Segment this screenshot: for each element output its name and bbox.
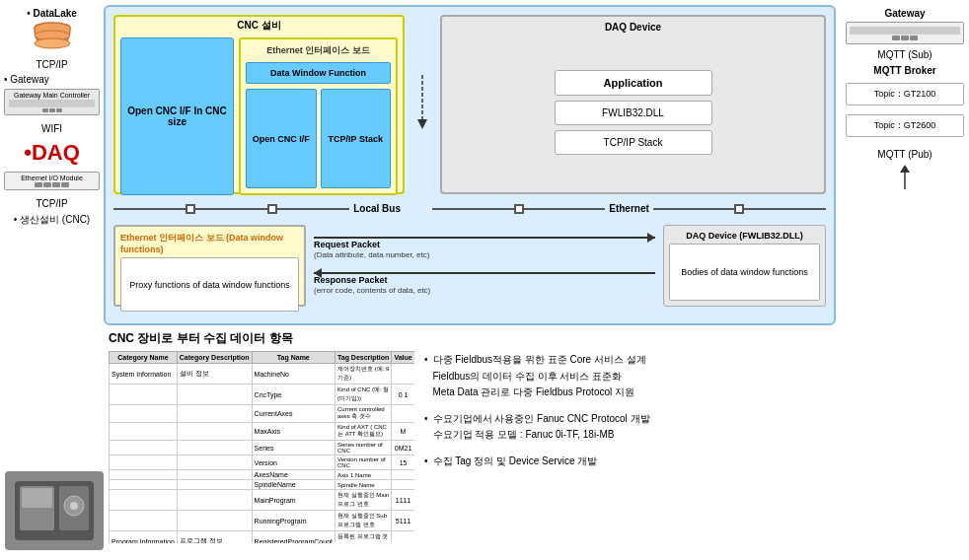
col-category-name: Category Name bbox=[110, 352, 178, 364]
svg-point-12 bbox=[70, 502, 78, 510]
topic1-box: Topic：GT2100 bbox=[846, 83, 964, 105]
col-tag-name: Tag Name bbox=[252, 352, 335, 364]
table-row: CncTypeKind of CNC (예: 형(미기입))0 1 bbox=[110, 385, 415, 405]
table-row: SeriesSeries number of CNC0M21 bbox=[110, 441, 415, 455]
left-panel: • DataLake TCP/IP • Gateway Gateway Main… bbox=[0, 0, 104, 325]
bodies-box: Bodies of data window functions bbox=[669, 244, 820, 301]
daq-label: •DAQ bbox=[4, 140, 100, 166]
table-row: RunningProgram현재 실행중인 Sub 프로그램 번호5111 bbox=[110, 511, 415, 531]
wifi-label: WIFI bbox=[4, 123, 100, 134]
eth-interface-title: Ethernet 인터페이스 보드 bbox=[246, 44, 391, 57]
cnc-section-title: CNC 장비로 부터 수집 데이터 항목 bbox=[109, 330, 414, 347]
right-panel: Gateway MQTT (Sub) MQTT Broker Topic：GT2… bbox=[841, 0, 969, 325]
response-label: Response Packet bbox=[314, 275, 655, 285]
cnc-data-table: Category Name Category Description Tag N… bbox=[109, 351, 414, 543]
svg-marker-4 bbox=[417, 119, 427, 129]
table-row: VersionVersion number of CNC15 bbox=[110, 455, 415, 470]
tcpip-stack-box: TCP/IP Stack bbox=[321, 89, 392, 188]
proxy-box: Proxy functions of data window functions bbox=[120, 257, 299, 312]
mqtt-broker-label: MQTT Broker bbox=[846, 65, 964, 76]
request-arrow bbox=[314, 237, 655, 239]
packets-section: Request Packet (Data attribute, data num… bbox=[314, 225, 655, 307]
diagram-area: CNC 설비 Open CNC I/F In CNC size Ethernet… bbox=[104, 5, 836, 325]
ethernet-io-module: Ethernet I/O Module bbox=[4, 172, 100, 190]
cnc-daq-arrow bbox=[412, 75, 432, 134]
tcpip-stack2-box: TCP/IP Stack bbox=[555, 130, 712, 155]
eth-board-bottom-title: Ethernet 인터페이스 보드 (Data window functions… bbox=[120, 232, 299, 254]
bus-connector-1 bbox=[186, 204, 195, 214]
table-row: Program Information프로그램 정보RegisteredProg… bbox=[110, 531, 415, 544]
request-label: Request Packet bbox=[314, 240, 655, 249]
table-row: MaxAxisKind of AXT ( CNC는 ATT 확인필요)M bbox=[110, 423, 415, 441]
table-row: SpindleNameSpindle Name bbox=[110, 480, 415, 490]
gateway-section: • Gateway bbox=[4, 74, 100, 85]
mqtt-sub-label: MQTT (Sub) bbox=[846, 49, 964, 60]
table-row: System Information설비 정보MachineNo제어장치번호 (… bbox=[110, 364, 415, 385]
eth-board-bottom: Ethernet 인터페이스 보드 (Data window functions… bbox=[113, 225, 306, 307]
mqtt-pub-arrow bbox=[846, 165, 964, 189]
response-packet-row: Response Packet (error code, contents of… bbox=[314, 272, 655, 295]
gateway-label: • Gateway bbox=[4, 74, 49, 85]
col-category-desc: Category Description bbox=[177, 352, 252, 364]
daq-device-bottom: DAQ Device (FWLIB32.DLL) Bodies of data … bbox=[663, 225, 826, 307]
cnc-board-title: CNC 설비 bbox=[115, 19, 403, 33]
bullets-section: •다중 Fieldbus적용을 위한 표준 Core 서비스 설계 Fieldb… bbox=[424, 330, 961, 555]
bus-connector-2 bbox=[267, 204, 277, 214]
topic2-box: Topic：GT2600 bbox=[846, 114, 964, 137]
ethernet-label: Ethernet bbox=[605, 203, 653, 214]
mqtt-pub-label: MQTT (Pub) bbox=[846, 149, 964, 160]
gateway-right-device bbox=[846, 22, 964, 44]
gateway-device-box: Gateway Main Controller bbox=[4, 89, 100, 115]
fwlib-box: FWLIB32.DLL bbox=[555, 101, 712, 125]
tcpip-label-2: TCP/IP bbox=[4, 198, 100, 209]
bus-connector-4 bbox=[734, 204, 744, 214]
bullet-item: •수집 Tag 정의 및 Device Service 개발 bbox=[424, 454, 961, 470]
gateway-right-label: Gateway bbox=[846, 8, 964, 19]
tcpip-label-1: TCP/IP bbox=[4, 59, 100, 70]
bus-label: Local Bus bbox=[349, 203, 405, 214]
datalake-section: • DataLake bbox=[4, 8, 100, 53]
datalake-icon bbox=[33, 22, 72, 53]
request-sub: (Data attribute, data number, etc) bbox=[314, 250, 655, 259]
daq-device-bottom-title: DAQ Device (FWLIB32.DLL) bbox=[669, 231, 820, 241]
gateway-right-section: Gateway bbox=[846, 8, 964, 44]
svg-marker-6 bbox=[900, 165, 910, 173]
open-cnc-if2-box: Open CNC I/F bbox=[246, 89, 317, 188]
daq-device-area: DAQ Device Application FWLIB32.DLL TCP/I… bbox=[440, 15, 826, 194]
main-container: • DataLake TCP/IP • Gateway Gateway Main… bbox=[0, 0, 969, 560]
bullet-item: •다중 Fieldbus적용을 위한 표준 Core 서비스 설계 Fieldb… bbox=[424, 352, 961, 401]
response-arrow bbox=[314, 272, 655, 274]
table-row: AxesNameAxis 1 Name bbox=[110, 470, 415, 480]
request-packet-row: Request Packet (Data attribute, data num… bbox=[314, 237, 655, 259]
table-row: CurrentAxesCurrent controlled axes 축 갯수 bbox=[110, 405, 415, 423]
application-box: Application bbox=[555, 70, 712, 96]
cnc-board: CNC 설비 Open CNC I/F In CNC size Ethernet… bbox=[113, 15, 405, 194]
table-row: MainProgram현재 실행중인 Main 프로그 번호1111progra… bbox=[110, 490, 415, 511]
daq-device-title: DAQ Device bbox=[447, 22, 819, 33]
bottom-section: CNC 장비로 부터 수집 데이터 항목 Category Name Categ… bbox=[0, 325, 969, 560]
bullet-item: •수요기업에서 사용중인 Fanuc CNC Protocol 개발 수요기업 … bbox=[424, 411, 961, 444]
svg-rect-10 bbox=[22, 488, 52, 508]
col-value: Value bbox=[392, 352, 414, 364]
data-window-function-box: Data Window Function bbox=[246, 62, 391, 84]
response-sub: (error code, contents of data, etc) bbox=[314, 286, 655, 295]
cnc-machine-image bbox=[5, 471, 104, 550]
datalake-label: • DataLake bbox=[27, 8, 77, 19]
svg-point-2 bbox=[35, 38, 70, 48]
open-cnc-if-box: Open CNC I/F In CNC size bbox=[120, 37, 234, 195]
bus-connector-3 bbox=[514, 204, 524, 214]
cnc-table-section: CNC 장비로 부터 수집 데이터 항목 Category Name Categ… bbox=[109, 330, 414, 555]
eth-interface-inner: Ethernet 인터페이스 보드 Data Window Function O… bbox=[239, 37, 398, 195]
production-label: • 생산설비 (CNC) bbox=[4, 213, 100, 227]
col-tag-desc: Tag Description bbox=[335, 352, 391, 364]
